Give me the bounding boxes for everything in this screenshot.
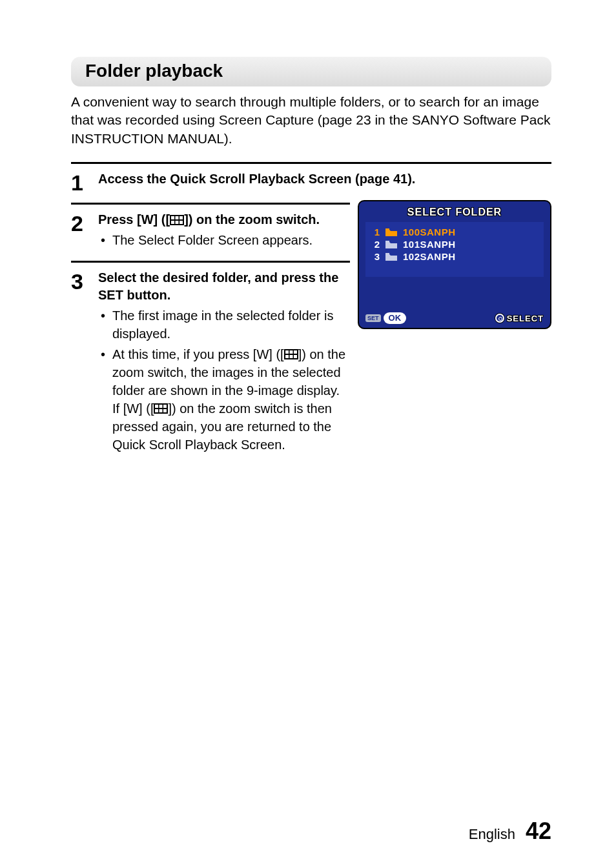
svg-rect-3 bbox=[180, 216, 183, 219]
svg-rect-16 bbox=[159, 405, 163, 408]
step-3-sub-2a: At this time, if you press [W] ([ bbox=[112, 347, 284, 361]
folder-row-1: 1 100SANPH bbox=[371, 226, 539, 238]
step-1-number: 1 bbox=[71, 170, 98, 194]
folder-icon bbox=[385, 228, 398, 237]
svg-rect-18 bbox=[155, 409, 158, 412]
section-heading: Folder playback bbox=[71, 57, 551, 86]
footer-page-number: 42 bbox=[526, 818, 551, 845]
svg-rect-10 bbox=[294, 350, 297, 354]
folder-row-1-num: 1 bbox=[371, 227, 380, 237]
screen-footer-left: SET OK bbox=[365, 312, 406, 324]
step-2: 2 Press [W] ([]) on the zoom switch. The… bbox=[71, 203, 350, 252]
svg-rect-2 bbox=[176, 216, 179, 219]
svg-rect-1 bbox=[171, 216, 174, 219]
select-label: SELECT bbox=[507, 314, 544, 323]
svg-rect-13 bbox=[294, 355, 297, 358]
step-2-title-b: ]) on the zoom switch. bbox=[184, 212, 320, 227]
step-2-title: Press [W] ([]) on the zoom switch. bbox=[98, 211, 350, 228]
lcd-screen-illustration: SELECT FOLDER 1 100SANPH 2 101SANPH 3 10… bbox=[358, 200, 551, 329]
folder-row-2: 2 101SANPH bbox=[371, 238, 539, 250]
multi-image-icon bbox=[154, 403, 168, 414]
svg-rect-17 bbox=[163, 405, 167, 408]
page-footer: English 42 bbox=[469, 818, 551, 845]
screen-title: SELECT FOLDER bbox=[359, 201, 550, 222]
folder-row-2-num: 2 bbox=[371, 239, 380, 250]
folder-row-3-num: 3 bbox=[371, 251, 380, 262]
folder-row-3-name: 102SANPH bbox=[403, 251, 456, 262]
step-3: 3 Select the desired folder, and press t… bbox=[71, 261, 350, 456]
step-3-title: Select the desired folder, and press the… bbox=[98, 269, 350, 304]
folder-row-1-name: 100SANPH bbox=[403, 227, 456, 237]
svg-rect-4 bbox=[171, 221, 174, 224]
step-3-sub-1: The first image in the selected folder i… bbox=[98, 307, 350, 343]
svg-rect-12 bbox=[289, 355, 293, 358]
screen-footer-right: SELECT bbox=[495, 312, 544, 324]
step-3-sub-2: At this time, if you press [W] ([]) on t… bbox=[98, 345, 350, 454]
svg-rect-8 bbox=[285, 350, 289, 354]
screen-footer: SET OK SELECT bbox=[365, 312, 544, 324]
ok-pill: OK bbox=[384, 312, 407, 324]
step-3-number: 3 bbox=[71, 269, 98, 456]
svg-rect-5 bbox=[176, 221, 179, 224]
folder-row-3: 3 102SANPH bbox=[371, 250, 539, 263]
step-2-sub-1: The Select Folder Screen appears. bbox=[98, 231, 350, 249]
step-2-title-a: Press [W] ([ bbox=[98, 212, 170, 227]
folder-icon bbox=[385, 252, 398, 261]
svg-rect-6 bbox=[180, 221, 183, 224]
multi-image-icon bbox=[284, 349, 298, 359]
folder-row-2-name: 101SANPH bbox=[403, 239, 456, 250]
intro-paragraph: A convenient way to search through multi… bbox=[71, 93, 551, 148]
dpad-icon bbox=[495, 314, 504, 323]
footer-language: English bbox=[469, 826, 515, 843]
svg-rect-15 bbox=[155, 405, 158, 408]
select-folder-screen: SELECT FOLDER 1 100SANPH 2 101SANPH 3 10… bbox=[358, 200, 551, 329]
svg-rect-19 bbox=[159, 409, 163, 412]
step-1: 1 Access the Quick Scroll Playback Scree… bbox=[71, 162, 551, 194]
multi-image-icon bbox=[170, 215, 184, 225]
section-title: Folder playback bbox=[85, 61, 537, 81]
screen-body: 1 100SANPH 2 101SANPH 3 102SANPH bbox=[365, 222, 544, 277]
set-badge: SET bbox=[365, 314, 381, 322]
step-1-title: Access the Quick Scroll Playback Screen … bbox=[98, 170, 551, 188]
svg-rect-9 bbox=[289, 350, 293, 354]
svg-rect-11 bbox=[285, 355, 289, 358]
svg-rect-20 bbox=[163, 409, 167, 412]
step-2-number: 2 bbox=[71, 211, 98, 252]
folder-icon bbox=[385, 240, 398, 249]
